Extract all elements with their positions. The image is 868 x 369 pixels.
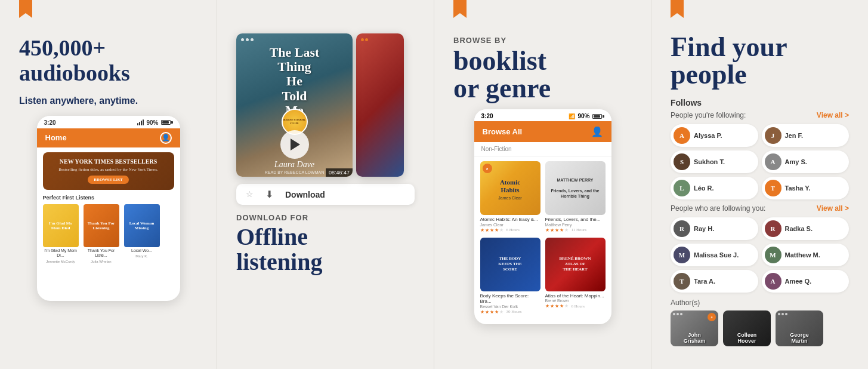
browse-nav-bar: Browse All 👤 — [474, 121, 611, 142]
person-alyssa: A Alyssa P. — [671, 124, 758, 147]
avatar-tasha: T — [765, 180, 781, 196]
offline-headline: Offline listening — [236, 225, 415, 275]
avatar-sukhon: S — [674, 153, 690, 170]
nyt-banner: NEW YORK TIMES BESTSELLERS Bestselling f… — [43, 152, 174, 190]
avatar-ray: R — [674, 220, 690, 237]
author-hoover: ColleenHoover — [723, 310, 771, 346]
bookmark-icon-3 — [453, 0, 467, 18]
phone-nav-bar-1: Home 👤 — [37, 128, 180, 147]
person-matthew: M Matthew M. — [762, 244, 850, 266]
avatar-alyssa: A — [674, 127, 690, 144]
audiobook-controls: ☆ ⬇ Download — [236, 184, 415, 205]
book-card-body: THE BODYKEEPS THESCORE Body Keeps the Sc… — [480, 238, 540, 315]
book-title: The Last Thing He Told Me — [236, 45, 353, 118]
bookmark-icon — [19, 0, 32, 18]
download-icon[interactable]: ⬇ — [265, 189, 273, 200]
follows-section: Follows People you're following: View al… — [671, 98, 849, 346]
panel-people: Find your people Follows People you're f… — [651, 0, 868, 369]
people-headline: Find your people — [671, 33, 849, 88]
person-leo: L Léo R. — [671, 177, 758, 199]
view-all-followers[interactable]: View all > — [817, 204, 849, 213]
svg-marker-0 — [19, 0, 32, 18]
svg-marker-2 — [671, 0, 684, 18]
book-card-atomic: AtomicHabits James Clear a Atomic Habits… — [480, 161, 540, 233]
person-ray: R Ray H. — [671, 217, 758, 240]
book-card-atlas: BRENÉ BROWNATLAS OFTHE HEART Atlas of th… — [545, 238, 606, 315]
profile-icon: 👤 — [160, 132, 172, 144]
person-sukhon: S Sukhon T. — [671, 150, 758, 173]
audiobook-time: 08:46:47 — [326, 168, 353, 177]
person-amy: A Amy S. — [762, 150, 850, 173]
person-tara: T Tara A. — [671, 270, 758, 293]
status-bar-1: 3:20 90% — [37, 116, 180, 128]
logo-badge: a — [483, 164, 492, 173]
audiobook-cover-side — [356, 33, 404, 177]
avatar-radka: R — [765, 220, 781, 237]
person-amee: A Amee Q. — [762, 270, 850, 293]
person-jen: J Jen F. — [762, 124, 850, 147]
avatar-malissa: M — [674, 247, 690, 263]
audiobooks-subheadline: Listen anywhere, anytime. — [19, 94, 197, 107]
phone-mockup-1: 3:20 90% Home 👤 NEW YORK TIM — [37, 116, 180, 301]
browse-status-bar: 3:20 📶 90% — [474, 109, 611, 121]
following-label: People you're following: — [671, 111, 746, 119]
browse-label: BROWSE BY — [453, 36, 632, 45]
avatar-tara: T — [674, 273, 690, 290]
avatar-jen: J — [765, 127, 781, 144]
panel-browse: BROWSE BY booklist or genre 3:20 📶 90% B… — [434, 0, 651, 369]
browse-category: Non-Fiction — [474, 142, 611, 156]
play-button[interactable] — [280, 130, 309, 159]
avatar-matthew: M — [765, 247, 781, 263]
browse-headline: booklist or genre — [453, 47, 632, 102]
panel-offline: The Last Thing He Told Me Reese's Book C… — [217, 0, 434, 369]
person-malissa: M Malissa Sue J. — [671, 244, 758, 266]
avatar-leo: L — [674, 180, 690, 196]
author-grisham: a JohnGrisham — [671, 310, 718, 346]
download-label: DOWNLOAD FOR — [236, 213, 415, 222]
bookmark-icon-4 — [671, 0, 684, 18]
avatar-amee: A — [765, 273, 781, 290]
avatar-amy: A — [765, 153, 781, 170]
followers-label: People who are following you: — [671, 204, 765, 213]
audiobook-cover-main: The Last Thing He Told Me Reese's Book C… — [236, 33, 353, 177]
audiobooks-headline: 450,000+ audiobooks — [19, 36, 197, 86]
person-tasha: T Tasha Y. — [762, 177, 850, 199]
author-martin: GeorgeMartin — [776, 310, 823, 346]
book-card-perry: MATTHEW PERRYFriends, Lovers, and the Ho… — [545, 161, 606, 233]
browse-phone: 3:20 📶 90% Browse All 👤 Non-Fiction Atom… — [474, 109, 611, 324]
author-grid: a JohnGrisham ColleenHoover GeorgeMartin — [671, 310, 849, 346]
person-radka: R Radka S. — [762, 217, 850, 240]
author-label: Author(s) — [671, 299, 849, 307]
view-all-following[interactable]: View all > — [817, 111, 849, 119]
wishlist-icon[interactable]: ☆ — [246, 189, 254, 199]
atomic-title: AtomicHabits — [498, 176, 523, 195]
svg-marker-1 — [453, 0, 467, 18]
panel-audiobooks: 450,000+ audiobooks Listen anywhere, any… — [0, 0, 217, 369]
browse-profile-icon: 👤 — [591, 126, 603, 137]
